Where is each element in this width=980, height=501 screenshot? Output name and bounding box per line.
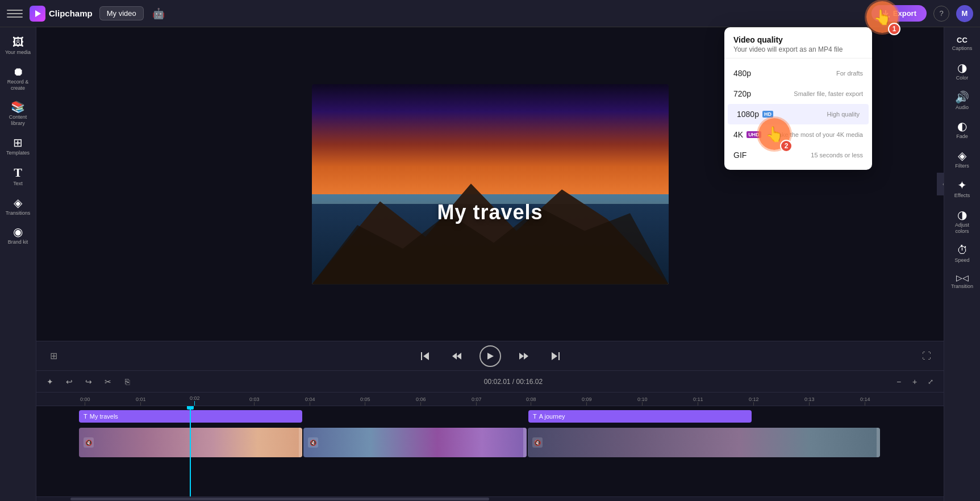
svg-marker-4 [423,352,429,360]
quality-option-480p[interactable]: 480p For drafts [724,63,872,84]
sidebar-item-your-media[interactable]: 🖼 Your media [2,32,34,59]
timeline-scrollbar[interactable] [70,498,489,500]
sidebar-item-audio[interactable]: 🔊 Audio [946,87,978,114]
expand-timeline-btn[interactable]: ⤢ [924,375,937,388]
transitions-icon: ◈ [14,197,22,208]
video-canvas: My travels [312,84,669,285]
video-clip-2[interactable]: 🔇 [303,428,527,457]
undo-btn[interactable]: ↩ [62,375,76,389]
color-icon: ◑ [957,62,967,73]
svg-marker-10 [552,352,557,360]
right-sidebar: CC Captions ◑ Color 🔊 Audio ◐ Fade ◈ Fil… [944,27,980,501]
sidebar-collapse-btn[interactable]: ‹ [937,173,944,195]
video-title[interactable]: My video [99,6,144,20]
redo-btn[interactable]: ↪ [82,375,95,389]
text-clip-2[interactable]: T A journey [528,410,752,423]
quality-options: 480p For drafts 720p Smaller file, faste… [724,61,872,170]
adjust-colors-icon: ◑ [957,209,967,220]
sidebar-item-captions[interactable]: CC Captions [946,32,978,55]
audio-icon: 🔊 [955,91,969,103]
quality-option-4k[interactable]: 4KUHD Make the most of your 4K media [724,124,872,145]
ai-icon[interactable]: 🤖 [151,6,166,22]
quality-header: Video quality Your video will export as … [724,27,872,56]
quality-dropdown: Video quality Your video will export as … [724,27,872,170]
filters-icon: ◈ [958,150,966,161]
mute-icon-1[interactable]: 🔇 [84,437,94,448]
fade-icon: ◐ [957,120,967,132]
app-name: Clipchamp [49,9,93,18]
sidebar-item-speed[interactable]: ⏱ Speed [946,240,978,267]
media-library-btn[interactable]: ⊞ [45,348,61,364]
rewind-button[interactable] [448,347,466,365]
skip-end-button[interactable] [547,347,565,365]
svg-marker-8 [519,353,524,360]
sidebar-item-content-library[interactable]: 📚 Contentlibrary [2,97,34,130]
playhead[interactable] [190,406,191,496]
video-track: 🔇 🔇 🔇 [36,425,944,457]
mute-icon-2[interactable]: 🔇 [308,437,318,448]
svg-marker-6 [457,353,461,360]
time-display: 00:02.01 / 00:16.02 [140,378,887,386]
sidebar-item-effects[interactable]: ✦ Effects [946,175,978,202]
library-icon: 📚 [11,101,25,112]
video-text-overlay: My travels [312,201,669,224]
uhd-badge: UHD [747,131,761,138]
fast-forward-button[interactable] [515,347,533,365]
resize-handle-1[interactable] [299,428,302,457]
svg-rect-11 [558,352,560,360]
sidebar-item-adjust-colors[interactable]: ◑ Adjustcolors [946,204,978,238]
zoom-out-btn[interactable]: − [893,375,905,388]
timeline-scroll [36,496,944,501]
timeline-tracks[interactable]: T My travels T A journey 🔇 [36,406,944,496]
timeline-ruler: .r-mark { position:absolute; bottom:0; d… [36,393,944,406]
svg-marker-0 [35,10,41,17]
sidebar-item-brand-kit[interactable]: ◉ Brand kit [2,222,34,249]
sidebar-item-transitions[interactable]: ◈ Transitions [2,193,34,220]
app-logo[interactable]: Clipchamp [30,6,93,22]
quality-option-1080p[interactable]: 1080pHD High quality [728,104,869,124]
svg-marker-7 [487,353,494,360]
zoom-in-btn[interactable]: + [908,375,921,388]
effects-icon: ✦ [957,179,967,191]
svg-rect-3 [421,352,422,360]
speed-icon: ⏱ [957,244,968,256]
ruler-marks: .r-mark { position:absolute; bottom:0; d… [36,393,944,406]
user-avatar[interactable]: M [956,5,973,22]
text-clip-1-label: My travels [90,413,118,420]
media-icon: 🖼 [12,36,24,48]
timeline-toolbar: ✦ ↩ ↪ ✂ ⎘ 00:02.01 / 00:16.02 − + ⤢ [36,371,944,393]
quality-subtitle: Your video will export as an MP4 file [733,45,863,53]
hd-badge: HD [762,111,773,118]
resize-handle-2[interactable] [523,428,527,457]
sidebar-item-color[interactable]: ◑ Color [946,57,978,85]
templates-icon: ⊞ [13,137,23,148]
video-clip-3[interactable]: 🔇 [528,428,880,457]
cut-btn[interactable]: ✂ [101,375,115,389]
sidebar-item-transition[interactable]: ▷◁ Transition [946,269,978,293]
record-icon: ⏺ [12,66,24,77]
sidebar-item-text[interactable]: T Text [2,162,34,190]
svg-marker-9 [524,353,528,360]
copy-btn[interactable]: ⎘ [120,375,134,389]
sidebar-item-filters[interactable]: ◈ Filters [946,145,978,173]
sidebar-item-record-create[interactable]: ⏺ Record &create [2,61,34,95]
play-button[interactable] [479,345,501,367]
help-button[interactable]: ? [933,6,949,22]
fullscreen-button[interactable]: ⛶ [919,348,935,364]
svg-marker-5 [452,353,457,360]
export-button[interactable]: Export [871,5,927,22]
sidebar-item-templates[interactable]: ⊞ Templates [2,132,34,160]
timeline-area: ▲ ✦ ↩ ↪ ✂ ⎘ 00:02.01 / 00:16.02 − + ⤢ [36,370,944,501]
left-sidebar: 🖼 Your media ⏺ Record &create 📚 Contentl… [0,27,36,501]
skip-start-button[interactable] [416,347,434,365]
menu-icon[interactable] [7,6,23,22]
sidebar-item-fade[interactable]: ◐ Fade [946,116,978,143]
mute-icon-3[interactable]: 🔇 [532,437,543,448]
quality-option-gif[interactable]: GIF 15 seconds or less [724,145,872,165]
resize-handle-3[interactable] [877,428,880,457]
quality-option-720p[interactable]: 720p Smaller file, faster export [724,84,872,104]
playback-controls: ⊞ ⛶ [36,341,944,370]
magnet-tool[interactable]: ✦ [43,375,57,389]
quality-title: Video quality [733,35,863,44]
transition-icon: ▷◁ [956,274,969,282]
